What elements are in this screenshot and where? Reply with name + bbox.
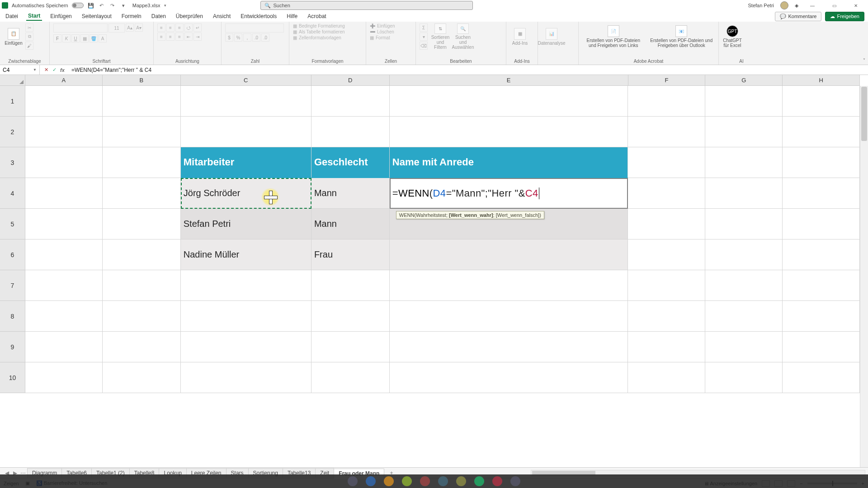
col-header-b[interactable]: B bbox=[103, 75, 181, 86]
cell-d3[interactable]: Geschlecht bbox=[311, 147, 390, 178]
cell-a9[interactable] bbox=[25, 332, 103, 362]
font-family-combo[interactable] bbox=[53, 23, 108, 33]
cell-a1[interactable] bbox=[25, 86, 103, 117]
qat-more-icon[interactable]: ▾ bbox=[120, 2, 127, 9]
ribbon-collapse-icon[interactable]: ˅ bbox=[863, 58, 865, 63]
taskbar-app-icon[interactable] bbox=[456, 476, 466, 486]
formula-tooltip[interactable]: WENN(Wahrheitstest; [Wert_wenn_wahr]; [W… bbox=[396, 211, 544, 219]
cell-h4[interactable] bbox=[783, 178, 860, 209]
tab-einfuegen[interactable]: Einfügen bbox=[48, 12, 73, 20]
cell-d9[interactable] bbox=[311, 332, 390, 362]
taskbar-app-icon[interactable] bbox=[438, 476, 448, 486]
autosum-icon[interactable]: Σ bbox=[420, 23, 428, 32]
font-size-combo[interactable]: 11 bbox=[108, 23, 125, 33]
paste-button[interactable]: 📋Einfügen bbox=[4, 23, 24, 50]
cell-e4[interactable]: =WENN(D4="Mann";"Herr " & C4 WENN(Wahrhe… bbox=[390, 178, 628, 209]
cell-f1[interactable] bbox=[628, 86, 705, 117]
cell-f7[interactable] bbox=[628, 270, 705, 301]
cell-g2[interactable] bbox=[705, 117, 783, 147]
cell-c10[interactable] bbox=[181, 362, 311, 393]
formula-cancel-icon[interactable]: ✕ bbox=[42, 67, 50, 73]
formula-input[interactable]: =WENN(D4="Mann";"Herr " & C4 bbox=[69, 67, 868, 73]
tab-hilfe[interactable]: Hilfe bbox=[285, 12, 299, 20]
row-header-5[interactable]: 5 bbox=[0, 209, 25, 239]
taskbar-app-icon[interactable] bbox=[510, 476, 520, 486]
cell-f6[interactable] bbox=[628, 239, 705, 270]
document-name[interactable]: Mappe3.xlsx bbox=[132, 3, 160, 8]
cell-a3[interactable] bbox=[25, 147, 103, 178]
clear-icon[interactable]: ⌫ bbox=[420, 42, 428, 50]
cell-f10[interactable] bbox=[628, 362, 705, 393]
italic-icon[interactable]: K bbox=[62, 34, 71, 42]
row-header-9[interactable]: 9 bbox=[0, 332, 25, 362]
taskbar-app-icon[interactable] bbox=[474, 476, 484, 486]
tab-daten[interactable]: Daten bbox=[150, 12, 168, 20]
vertical-scroll-thumb[interactable] bbox=[861, 87, 867, 141]
redo-icon[interactable]: ↷ bbox=[109, 2, 116, 9]
cell-b8[interactable] bbox=[103, 301, 181, 332]
cell-c8[interactable] bbox=[181, 301, 311, 332]
taskbar-app-icon[interactable] bbox=[348, 476, 358, 486]
cell-e9[interactable] bbox=[390, 332, 628, 362]
cell-g9[interactable] bbox=[705, 332, 783, 362]
cell-g3[interactable] bbox=[705, 147, 783, 178]
cell-f2[interactable] bbox=[628, 117, 705, 147]
row-header-8[interactable]: 8 bbox=[0, 301, 25, 332]
cell-b4[interactable] bbox=[103, 178, 181, 209]
row-header-1[interactable]: 1 bbox=[0, 86, 25, 117]
col-header-a[interactable]: A bbox=[25, 75, 103, 86]
cell-h1[interactable] bbox=[783, 86, 860, 117]
cell-d10[interactable] bbox=[311, 362, 390, 393]
fill-color-icon[interactable]: 🪣 bbox=[90, 34, 98, 42]
row-header-10[interactable]: 10 bbox=[0, 362, 25, 393]
addins-button[interactable]: ▦Add-Ins bbox=[510, 23, 530, 50]
taskbar-app-icon[interactable] bbox=[384, 476, 394, 486]
fill-icon[interactable]: ▾ bbox=[420, 33, 428, 41]
cell-h9[interactable] bbox=[783, 332, 860, 362]
doc-name-dropdown-icon[interactable]: ▾ bbox=[164, 3, 166, 8]
row-header-4[interactable]: 4 bbox=[0, 178, 25, 209]
decrease-decimal-icon[interactable]: .0 bbox=[261, 33, 269, 42]
select-all-triangle[interactable] bbox=[0, 75, 25, 86]
cell-b10[interactable] bbox=[103, 362, 181, 393]
decrease-font-icon[interactable]: A▾ bbox=[135, 23, 143, 32]
format-painter-icon[interactable]: 🖌 bbox=[25, 42, 33, 50]
cell-b1[interactable] bbox=[103, 86, 181, 117]
pdf-share-outlook-button[interactable]: 📧Erstellen von PDF-Dateien und Freigeben… bbox=[648, 23, 715, 50]
cell-a4[interactable] bbox=[25, 178, 103, 209]
border-icon[interactable]: ▦ bbox=[80, 34, 89, 42]
cell-b5[interactable] bbox=[103, 209, 181, 239]
cut-icon[interactable]: ✂ bbox=[25, 23, 33, 32]
taskbar-app-icon[interactable] bbox=[420, 476, 430, 486]
row-header-3[interactable]: 3 bbox=[0, 147, 25, 178]
analyze-data-button[interactable]: 📊Datenanalyse bbox=[542, 23, 561, 50]
tab-entwicklertools[interactable]: Entwicklertools bbox=[239, 12, 278, 20]
underline-icon[interactable]: U bbox=[71, 34, 80, 42]
cell-d1[interactable] bbox=[311, 86, 390, 117]
name-box[interactable]: C4 ▼ bbox=[0, 65, 40, 75]
sort-filter-button[interactable]: ⇅Sortieren und Filtern bbox=[430, 23, 450, 50]
cell-c3[interactable]: Mitarbeiter bbox=[181, 147, 311, 178]
tab-datei[interactable]: Datei bbox=[4, 12, 20, 20]
cell-b9[interactable] bbox=[103, 332, 181, 362]
cell-c7[interactable] bbox=[181, 270, 311, 301]
cell-d2[interactable] bbox=[311, 117, 390, 147]
window-minimize-icon[interactable]: — bbox=[805, 0, 820, 11]
cells-insert[interactable]: ➕ Einfügen bbox=[370, 23, 412, 28]
cell-g8[interactable] bbox=[705, 301, 783, 332]
col-header-d[interactable]: D bbox=[311, 75, 390, 86]
cell-g1[interactable] bbox=[705, 86, 783, 117]
cell-e2[interactable] bbox=[390, 117, 628, 147]
orientation-icon[interactable]: ⭯ bbox=[184, 23, 193, 32]
cell-f4[interactable] bbox=[628, 178, 705, 209]
cell-a5[interactable] bbox=[25, 209, 103, 239]
cell-h8[interactable] bbox=[783, 301, 860, 332]
currency-icon[interactable]: $ bbox=[225, 33, 233, 42]
formula-enter-icon[interactable]: ✓ bbox=[51, 67, 58, 73]
cell-h10[interactable] bbox=[783, 362, 860, 393]
col-header-c[interactable]: C bbox=[181, 75, 311, 86]
cell-b3[interactable] bbox=[103, 147, 181, 178]
cell-g4[interactable] bbox=[705, 178, 783, 209]
search-box[interactable]: 🔍 Suchen bbox=[260, 1, 473, 10]
cell-b7[interactable] bbox=[103, 270, 181, 301]
